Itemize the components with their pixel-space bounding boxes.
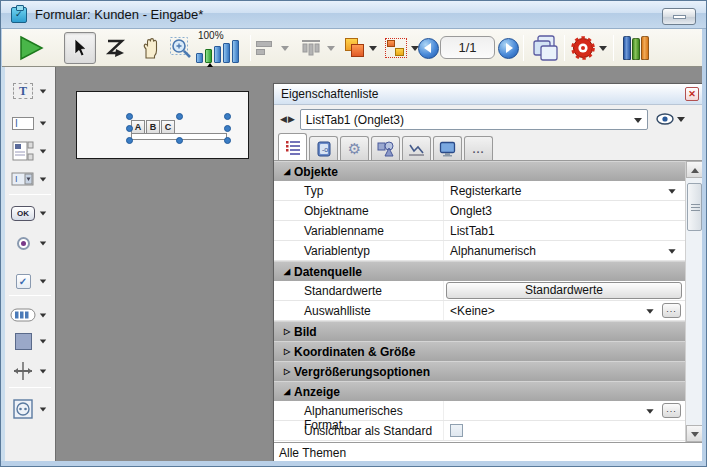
tab-events[interactable]: [402, 136, 431, 160]
align-icon: [256, 40, 276, 56]
tab-objects[interactable]: [371, 136, 400, 160]
chevron-down-icon: [40, 177, 46, 181]
tab-property-list[interactable]: [278, 133, 307, 160]
radio-button-tool[interactable]: [9, 231, 53, 255]
zoom-tool-button[interactable]: [166, 32, 196, 64]
tab-options[interactable]: ⚙: [340, 136, 369, 160]
next-page-button[interactable]: [496, 36, 520, 60]
entry-order-tool-button[interactable]: [100, 32, 132, 64]
standardwerte-button[interactable]: Standardwerte: [446, 282, 682, 299]
auswahlliste-dropdown[interactable]: <Keine>...: [444, 301, 686, 320]
button-bar-tool[interactable]: [9, 303, 53, 327]
section-header-datenquelle[interactable]: ◢ Datenquelle: [274, 261, 686, 281]
gear-icon: ⚙: [348, 141, 361, 156]
minimize-button[interactable]: [662, 8, 696, 25]
theme-filter-status[interactable]: Alle Themen: [274, 442, 703, 463]
chevron-down-icon: [40, 241, 46, 245]
title-bar[interactable]: Formular: Kunden - Eingabe*: [1, 1, 707, 29]
align-button[interactable]: [254, 32, 278, 64]
scrollbar-thumb[interactable]: [687, 183, 702, 231]
distribute-button[interactable]: [296, 32, 326, 64]
hand-icon: [139, 37, 162, 60]
object-level-dropdown[interactable]: [366, 32, 380, 64]
minimize-icon: [673, 15, 686, 19]
explorer-button[interactable]: [618, 32, 654, 64]
previous-page-button[interactable]: [416, 36, 440, 60]
tab-a: A: [131, 120, 145, 134]
rectangle-tool[interactable]: [9, 329, 53, 353]
select-tool-button[interactable]: [64, 32, 96, 64]
properties-panel: Eigenschaftenliste ✕ ◀▶ ListTab1 (Onglet…: [273, 83, 704, 463]
preferences-button[interactable]: [569, 32, 597, 64]
typ-dropdown[interactable]: Registerkarte: [444, 181, 686, 200]
button-tool-icon: OK: [9, 206, 37, 221]
palette-separator: [9, 194, 51, 195]
splitter-tool[interactable]: [9, 359, 53, 383]
tab-appearance[interactable]: [433, 136, 462, 160]
combo-box-tool[interactable]: I: [9, 167, 53, 191]
selection-handle[interactable]: [224, 113, 231, 120]
library-books-icon: [623, 36, 649, 60]
selection-handle[interactable]: [224, 125, 231, 132]
selection-handle[interactable]: [126, 113, 133, 120]
section-header-anzeige[interactable]: ◢ Anzeige: [274, 381, 686, 401]
unsichtbar-checkbox[interactable]: [450, 424, 463, 437]
plugin-area-tool[interactable]: [9, 397, 53, 421]
scroll-up-button[interactable]: [686, 161, 703, 178]
page-indicator[interactable]: 1/1: [440, 36, 495, 59]
chevron-down-icon[interactable]: [677, 117, 685, 122]
selection-handle[interactable]: [224, 137, 231, 144]
distribute-dropdown[interactable]: [324, 32, 338, 64]
form-page[interactable]: A B C: [76, 91, 249, 159]
variablenname-field[interactable]: ListTab1: [444, 221, 686, 240]
zoom-level-control[interactable]: 100%: [196, 31, 248, 65]
object-level-button[interactable]: [340, 32, 368, 64]
checkbox-tool-icon: ✓: [9, 274, 37, 289]
selection-handle[interactable]: [176, 113, 183, 120]
run-button[interactable]: [14, 32, 48, 64]
selection-handle[interactable]: [126, 125, 133, 132]
object-selector-dropdown[interactable]: ListTab1 (Onglet3): [300, 109, 648, 130]
section-header-bild[interactable]: ▷ Bild: [274, 321, 686, 341]
property-row-variablenname: Variablenname ListTab1: [274, 221, 686, 241]
check-box-tool[interactable]: ✓: [9, 269, 53, 293]
grid-scrollbar[interactable]: [685, 161, 702, 442]
section-header-vergroesserung[interactable]: ▷ Vergrößerungsoptionen: [274, 361, 686, 381]
section-header-koordinaten[interactable]: ▷ Koordinaten & Größe: [274, 341, 686, 361]
section-header-objekte[interactable]: ◢ Objekte: [274, 161, 686, 181]
input-field-tool[interactable]: I: [9, 111, 53, 135]
pan-tool-button[interactable]: [134, 32, 166, 64]
align-dropdown[interactable]: [278, 32, 292, 64]
form-pages-button[interactable]: [528, 32, 562, 64]
list-box-tool[interactable]: [9, 139, 53, 163]
alpha-format-dropdown[interactable]: ...: [444, 401, 686, 420]
eye-icon[interactable]: [656, 113, 674, 125]
selection-handle[interactable]: [176, 137, 183, 144]
property-row-auswahlliste: Auswahlliste <Keine>...: [274, 301, 686, 321]
push-button-tool[interactable]: OK: [9, 201, 53, 225]
page-next-icon: [498, 38, 519, 59]
alpha-format-more-button[interactable]: ...: [662, 403, 681, 418]
prev-next-object-icons[interactable]: ◀▶: [280, 114, 296, 124]
expander-icon: ◢: [280, 167, 294, 176]
static-text-tool[interactable]: T: [9, 79, 53, 103]
objektname-field[interactable]: Onglet3: [444, 201, 686, 220]
close-icon[interactable]: ✕: [685, 87, 699, 101]
page-prev-icon: [418, 38, 439, 59]
preferences-dropdown[interactable]: [596, 32, 610, 64]
group-button[interactable]: [382, 32, 410, 64]
chevron-down-icon: [40, 279, 46, 283]
scroll-down-button[interactable]: [686, 425, 703, 442]
zoom-bars-icon: [196, 40, 239, 63]
tab-data-source[interactable]: -o: [309, 136, 338, 160]
variablentyp-dropdown[interactable]: Alphanumerisch: [444, 241, 686, 260]
text-tool-icon: T: [9, 83, 37, 99]
tab-more[interactable]: ...: [464, 136, 493, 160]
svg-text:I: I: [15, 174, 18, 184]
app-window: Formular: Kunden - Eingabe* 100%: [0, 0, 707, 467]
tab-control-object[interactable]: A B C: [129, 116, 229, 143]
auswahlliste-more-button[interactable]: ...: [662, 303, 681, 318]
selection-handle[interactable]: [126, 137, 133, 144]
panel-title-bar[interactable]: Eigenschaftenliste ✕: [274, 84, 703, 105]
chevron-down-icon: [40, 89, 46, 93]
